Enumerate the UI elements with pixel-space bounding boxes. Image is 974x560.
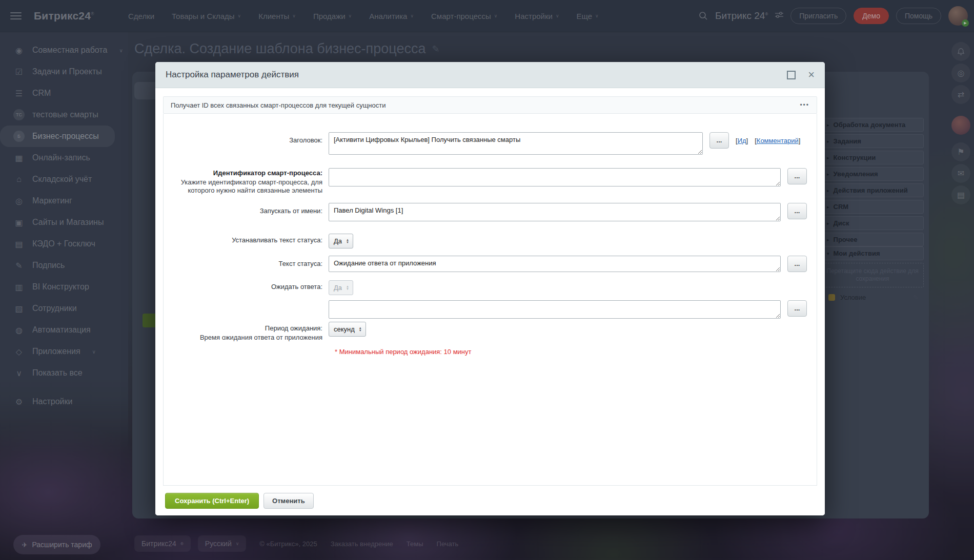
run-as-label: Запускать от имени:	[164, 203, 329, 215]
title-dots-button[interactable]: ...	[709, 132, 729, 149]
action-settings-modal: Настройка параметров действия × Получает…	[155, 62, 825, 515]
run-as-dots-button[interactable]: ...	[787, 203, 807, 219]
select-arrows-icon: ▲▼	[346, 239, 349, 244]
form-row-set-status: Устанавливать текст статуса: Да▲▼	[164, 234, 817, 248]
form-row-smart-id: Идентификатор смарт-процесса:Укажите иде…	[164, 168, 817, 195]
run-as-field[interactable]: Павел Digital Wings [1]	[329, 203, 781, 221]
action-description-bar: Получает ID всех связанных смарт-процесс…	[163, 96, 817, 114]
select-arrows-icon: ▲▼	[346, 285, 349, 291]
comment-link-wrap: [Комментарий]	[755, 132, 800, 144]
smart-id-dots-button[interactable]: ...	[787, 168, 807, 184]
smart-id-description: Укажите идентификатор смарт-процесса, дл…	[164, 178, 322, 195]
cancel-button[interactable]: Отменить	[263, 493, 314, 509]
form-row-title: Заголовок: [Активити Цифровых Крыльев] П…	[164, 132, 817, 155]
close-icon[interactable]: ×	[808, 71, 815, 78]
modal-title: Настройка параметров действия	[166, 70, 787, 80]
extra-field-label	[164, 300, 329, 304]
save-button[interactable]: Сохранить (Ctrl+Enter)	[165, 493, 259, 509]
wait-answer-select[interactable]: Да▲▼	[329, 280, 353, 295]
set-status-select[interactable]: Да▲▼	[329, 234, 353, 248]
wait-period-description: Время ожидания ответа от приложения	[164, 334, 322, 342]
wait-period-label: Период ожидания:Время ожидания ответа от…	[164, 322, 329, 342]
form-row-wait-period: Период ожидания:Время ожидания ответа от…	[164, 322, 817, 342]
form-row-extra: ...	[164, 300, 817, 319]
smart-id-label: Идентификатор смарт-процесса:Укажите иде…	[164, 168, 329, 195]
status-text-field[interactable]: Ожидание ответа от приложения	[329, 256, 781, 272]
title-field[interactable]: [Активити Цифровых Крыльев] Получить свя…	[329, 132, 703, 155]
status-text-dots-button[interactable]: ...	[787, 256, 807, 272]
smart-id-field[interactable]	[329, 168, 781, 186]
more-menu-icon[interactable]: •••	[800, 101, 809, 109]
wait-answer-label: Ожидать ответа:	[164, 280, 329, 291]
form-row-wait-answer: Ожидать ответа: Да▲▼	[164, 280, 817, 295]
id-link-wrap: [Ид]	[736, 132, 748, 144]
extra-dots-button[interactable]: ...	[787, 300, 807, 317]
wait-period-select[interactable]: секунд▲▼	[329, 322, 366, 337]
set-status-label: Устанавливать текст статуса:	[164, 234, 329, 244]
maximize-icon[interactable]	[787, 71, 796, 79]
modal-footer: Сохранить (Ctrl+Enter) Отменить	[155, 486, 825, 515]
modal-body: Получает ID всех связанных смарт-процесс…	[155, 88, 825, 486]
action-description: Получает ID всех связанных смарт-процесс…	[171, 101, 385, 109]
id-link[interactable]: Ид	[738, 137, 746, 144]
settings-form: Заголовок: [Активити Цифровых Крыльев] П…	[163, 114, 817, 486]
form-row-status-text: Текст статуса: Ожидание ответа от прилож…	[164, 256, 817, 272]
select-arrows-icon: ▲▼	[359, 327, 362, 332]
title-label: Заголовок:	[164, 132, 329, 144]
modal-header: Настройка параметров действия ×	[155, 62, 825, 88]
form-row-run-as: Запускать от имени: Павел Digital Wings …	[164, 203, 817, 221]
extra-field[interactable]	[329, 300, 781, 319]
min-period-warning: * Минимальный период ожидания: 10 минут	[335, 348, 817, 356]
bitrix24-app: Битрикс24® Сделки Товары и Склады∨ Клиен…	[0, 0, 974, 560]
comment-link[interactable]: Комментарий	[757, 137, 799, 144]
status-text-label: Текст статуса:	[164, 256, 329, 268]
